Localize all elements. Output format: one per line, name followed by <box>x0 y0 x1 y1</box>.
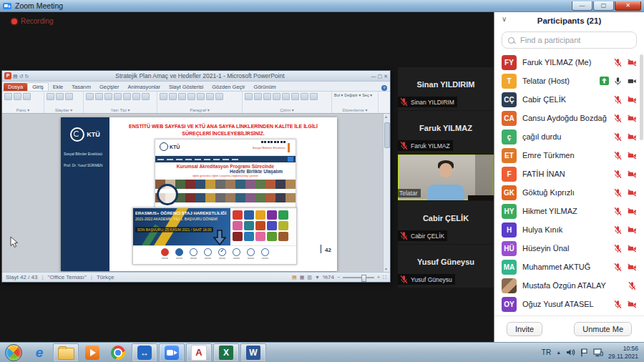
participant-search-box[interactable] <box>502 31 637 49</box>
participant-row[interactable]: CÇCabir ÇELİK <box>494 90 644 109</box>
quick-link-icon <box>261 248 269 259</box>
taskbar-button-acrobat[interactable]: A <box>186 343 212 362</box>
participant-row[interactable]: ççağıl durdu <box>494 127 644 146</box>
ribbon-group-5: Çizim ▾ <box>243 92 332 113</box>
recording-indicator: Recording <box>11 17 54 25</box>
participant-row[interactable]: FFATİH İNAN <box>494 165 644 183</box>
camera-off-icon <box>627 58 637 67</box>
taskbar-button-media-player[interactable] <box>80 344 104 361</box>
quick-link-icon <box>161 248 169 259</box>
participant-avatar: MA <box>502 260 517 275</box>
participant-status-icons <box>613 132 637 142</box>
search-input[interactable] <box>519 35 630 45</box>
ppt-ribbon-tabs: DosyaGirişEkleTasarımGeçişlerAnimasyonla… <box>2 82 390 92</box>
participant-row[interactable]: OYOğuz Yusuf ATASEL <box>494 295 644 313</box>
participant-name: çağıl durdu <box>522 132 608 141</box>
participant-name: Hulya Kınık <box>522 225 608 234</box>
close-button[interactable]: ✕ <box>615 1 641 11</box>
participants-panel: ∨ Participants (21) FYFaruk YILMAZ (Me) … <box>494 11 644 342</box>
network-display-icon[interactable] <box>593 348 603 357</box>
participant-row[interactable]: CACansu Aydoğdu Bozdağ <box>494 109 644 127</box>
ppt-ribbon: Pano ▾Slaytlar ▾Yazı Tipi ▾Paragraf ▾Çiz… <box>2 92 390 114</box>
action-center-flag-icon[interactable] <box>580 348 588 357</box>
restore-button[interactable]: ▢ <box>593 1 614 11</box>
participant-avatar: CÇ <box>502 92 517 107</box>
taskbar-clock[interactable]: 10:56 29.11.2021 <box>608 345 638 360</box>
video-tile-label: Telatar <box>398 189 421 197</box>
taskbar-button-teamviewer[interactable]: ↔ <box>132 343 157 362</box>
participant-status-icons <box>613 95 637 104</box>
taskbar-button-word[interactable]: W <box>240 343 266 362</box>
participant-row[interactable]: FYFaruk YILMAZ (Me) <box>494 53 644 72</box>
hidden-icons-chevron-icon[interactable]: ▲ <box>556 350 561 355</box>
participant-avatar: H <box>502 222 517 238</box>
mic-icon <box>613 77 623 86</box>
participant-name: Hikmet YILMAZ <box>522 207 608 215</box>
search-icon <box>508 37 514 44</box>
participant-avatar: F <box>502 167 517 182</box>
minimize-button[interactable]: — <box>572 1 592 11</box>
camera-off-icon <box>627 151 637 160</box>
zoom-meeting-window: Zoom Meeting — ▢ ✕ Recording P ▤ ↺ ↻ Str… <box>0 0 644 362</box>
slide: KTÜ Sosyal Bilimler Enstitüsü Prof. Dr. … <box>61 117 337 271</box>
participant-status-icons <box>613 170 637 179</box>
ppt-canvas: KTÜ Sosyal Bilimler Enstitüsü Prof. Dr. … <box>2 114 390 272</box>
participant-row[interactable]: TTelatar (Host) <box>494 72 644 90</box>
ppt-zoom-slider <box>343 277 374 278</box>
participant-row[interactable]: HYHikmet YILMAZ <box>494 202 644 220</box>
speaker-icon[interactable] <box>566 348 575 356</box>
hero-line-3: eğitim görünümü | eğitim | araştırma | b… <box>188 175 262 177</box>
participant-status-icons <box>613 188 637 197</box>
video-tile-faruk-yilmaz[interactable]: Faruk YILMAZ Faruk YILMAZ <box>398 111 494 154</box>
save-icon: ▤ <box>13 74 18 79</box>
participant-row[interactable]: MAMuhammet AKTUĞ <box>494 258 644 276</box>
ppt-zoom-level: %74 <box>323 274 334 280</box>
panel-collapse-chevron-icon[interactable]: ∨ <box>502 15 507 23</box>
mic-muted-icon <box>399 231 409 240</box>
video-tile-strip: Sinan YILDIRIM Sinan YILDIRIMFaruk YILMA… <box>398 67 494 288</box>
participant-row[interactable]: ETEmre Türkmen <box>494 146 644 165</box>
quick-links-icons-row <box>133 245 296 265</box>
video-tile-cabir-eli-k[interactable]: Cabir ÇELİK Cabir ÇELİK <box>398 201 494 244</box>
participant-row[interactable]: GKGöktuğ Kıprızlı <box>494 183 644 202</box>
teamviewer-icon: ↔ <box>137 346 152 360</box>
language-indicator[interactable]: TR <box>542 348 551 356</box>
participant-name: Hüseyin Ünal <box>522 244 608 253</box>
taskbar-button-internet-explorer[interactable]: e <box>27 344 52 361</box>
reading-view-icon: ▥ <box>307 275 312 280</box>
ppt-title-text: Stratejik Plan Amaç ve Hedefler 2021-1 -… <box>29 72 371 79</box>
camera-off-icon <box>627 225 637 235</box>
participant-row[interactable]: HÜHüseyin Ünal <box>494 239 644 258</box>
window-title: Zoom Meeting <box>15 1 63 10</box>
zoom-out-icon: − <box>337 275 340 280</box>
invite-button[interactable]: Invite <box>507 322 542 336</box>
ppt-scrollbar <box>383 114 390 272</box>
video-tile-sinan-yildirim[interactable]: Sinan YILDIRIM Sinan YILDIRIM <box>398 67 494 110</box>
video-tile-yusuf-g-neysu[interactable]: Yusuf Güneysu Yusuf Güneysu <box>398 245 494 288</box>
video-tile-telatar[interactable]: Telatar <box>398 155 494 200</box>
unmute-me-button[interactable]: Unmute Me <box>574 322 632 336</box>
ppt-tab-4: Tasarım <box>67 83 95 91</box>
ribbon-group-4: Paragraf ▾ <box>157 92 243 113</box>
participant-name: Oğuz Yusuf ATASEL <box>522 300 608 308</box>
mic-muted-icon <box>613 263 623 272</box>
slideshow-icon: ▼ <box>315 275 320 280</box>
taskbar-button-excel[interactable]: X <box>213 343 239 362</box>
taskbar-button-start[interactable] <box>1 344 26 361</box>
mic-muted-icon <box>613 132 623 142</box>
mic-muted-icon <box>613 244 623 253</box>
participant-row[interactable]: Mustafa Özgün ATALAY <box>494 276 644 295</box>
participant-row[interactable]: HHulya Kınık <box>494 220 644 239</box>
video-tile-label: Sinan YILDIRIM <box>398 97 457 107</box>
media-player-icon <box>85 346 99 360</box>
fit-slide-icon: ⛶ <box>383 275 386 280</box>
taskbar-button-zoom[interactable] <box>159 343 185 362</box>
shared-powerpoint-window: P ▤ ↺ ↻ Stratejik Plan Amaç ve Hedefler … <box>1 70 391 283</box>
ppt-status-slide: Slayt 42 / 43 <box>6 274 37 280</box>
ppt-tab-3: Ekle <box>49 83 68 91</box>
ppt-tab-9: Görünüm <box>250 83 280 91</box>
participant-status-icons <box>613 244 637 253</box>
taskbar-button-chrome[interactable] <box>106 344 130 361</box>
taskbar-button-file-explorer[interactable] <box>53 343 79 362</box>
participants-scrollbar[interactable] <box>640 54 643 140</box>
